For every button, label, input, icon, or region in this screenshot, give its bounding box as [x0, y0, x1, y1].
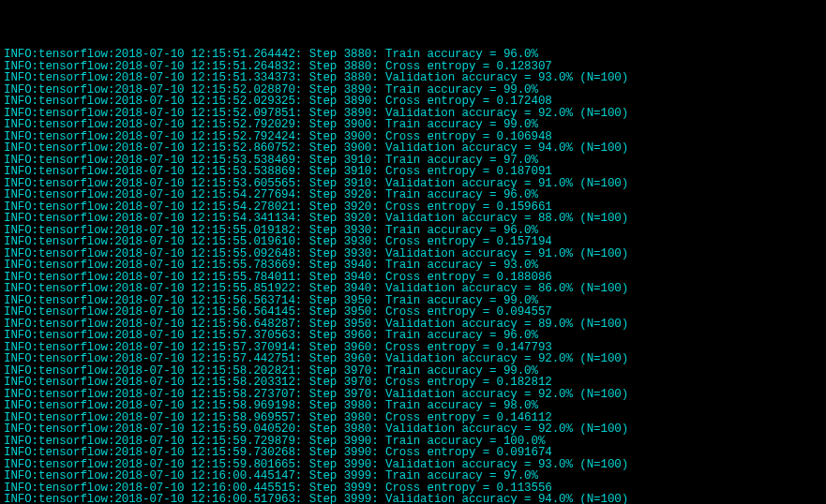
log-line: INFO:tensorflow:2018-07-10 12:15:56.5641…	[4, 306, 822, 319]
log-line: INFO:tensorflow:2018-07-10 12:15:57.4427…	[4, 353, 822, 365]
log-line: INFO:tensorflow:2018-07-10 12:16:00.4451…	[4, 470, 822, 482]
log-line: INFO:tensorflow:2018-07-10 12:15:51.2644…	[4, 49, 822, 61]
log-line: INFO:tensorflow:2018-07-10 12:15:55.8519…	[4, 283, 822, 295]
log-line: INFO:tensorflow:2018-07-10 12:15:55.7836…	[4, 259, 822, 272]
log-line: INFO:tensorflow:2018-07-10 12:15:51.3343…	[4, 72, 822, 84]
log-line: INFO:tensorflow:2018-07-10 12:15:58.9691…	[4, 400, 822, 412]
log-line: INFO:tensorflow:2018-07-10 12:15:59.0405…	[4, 423, 822, 436]
log-line: INFO:tensorflow:2018-07-10 12:16:00.5179…	[4, 494, 822, 504]
log-line: INFO:tensorflow:2018-07-10 12:15:53.5388…	[4, 166, 822, 178]
log-line: INFO:tensorflow:2018-07-10 12:15:54.3411…	[4, 213, 822, 225]
log-line: INFO:tensorflow:2018-07-10 12:15:57.3705…	[4, 330, 822, 342]
log-line: INFO:tensorflow:2018-07-10 12:15:58.2033…	[4, 377, 822, 389]
terminal-output[interactable]: INFO:tensorflow:2018-07-10 12:15:51.2644…	[4, 49, 822, 504]
log-line: INFO:tensorflow:2018-07-10 12:15:54.2776…	[4, 189, 822, 201]
log-line: INFO:tensorflow:2018-07-10 12:15:59.7302…	[4, 447, 822, 459]
log-line: INFO:tensorflow:2018-07-10 12:15:55.0196…	[4, 236, 822, 248]
log-line: INFO:tensorflow:2018-07-10 12:15:52.7920…	[4, 119, 822, 131]
log-line: INFO:tensorflow:2018-07-10 12:15:52.0293…	[4, 96, 822, 108]
log-line: INFO:tensorflow:2018-07-10 12:15:52.8607…	[4, 142, 822, 155]
